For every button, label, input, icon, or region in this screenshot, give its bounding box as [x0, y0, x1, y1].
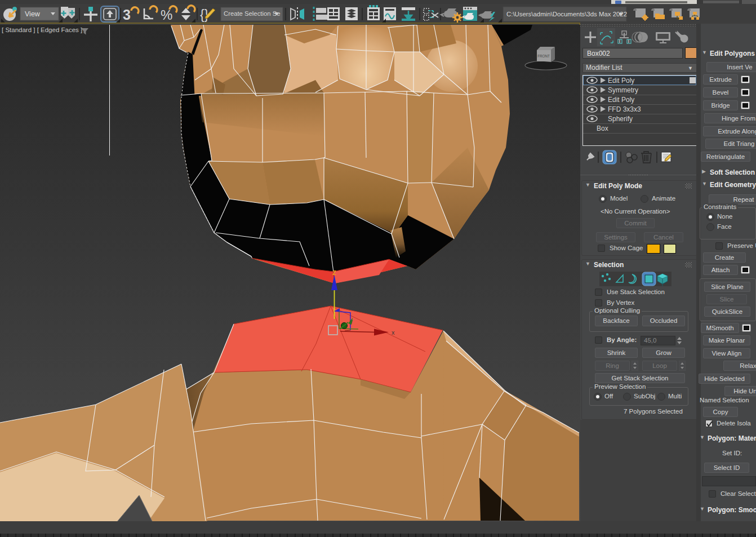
svg-text:C:\Users\admin\Documents\3ds M: C:\Users\admin\Documents\3ds Max 2022: [506, 11, 627, 17]
svg-text:y: y: [350, 318, 353, 325]
svg-text:3: 3: [123, 7, 131, 23]
svg-text:Create Selection Se: Create Selection Se: [224, 10, 280, 17]
svg-text:FRONT: FRONT: [537, 54, 550, 58]
svg-text:View: View: [25, 10, 41, 18]
svg-text:%: %: [161, 7, 172, 23]
svg-text:x: x: [392, 329, 395, 336]
